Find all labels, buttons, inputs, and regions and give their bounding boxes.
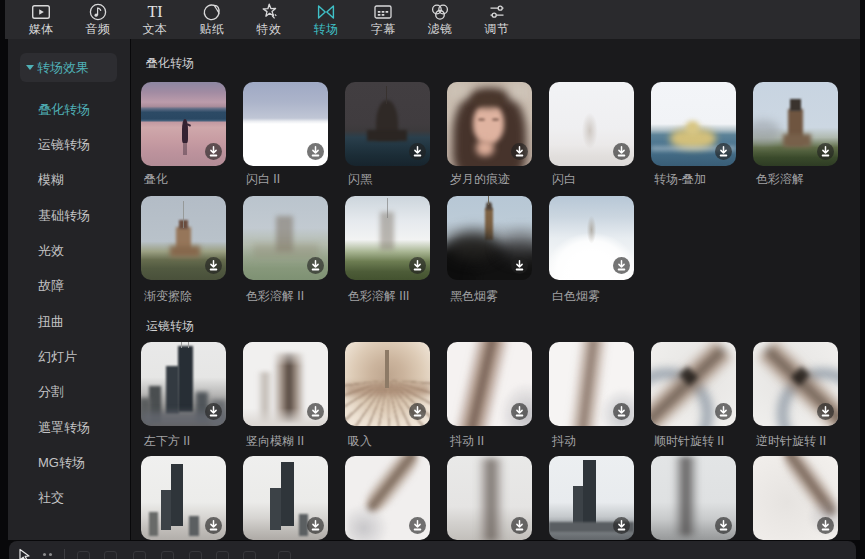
svg-text:TI: TI — [147, 3, 162, 20]
